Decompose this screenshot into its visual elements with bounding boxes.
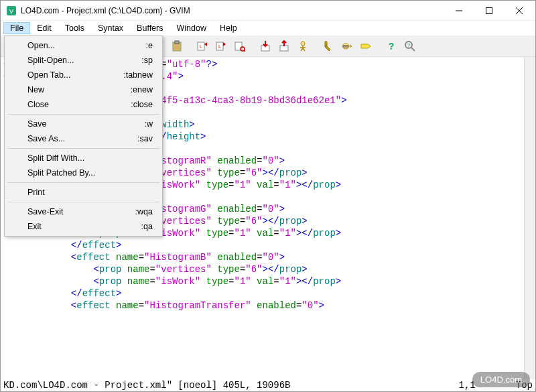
window-title: LO4D.com - Project.xml (C:\LO4D.com) - G… <box>21 6 444 15</box>
menu-item-label: Open... <box>27 41 146 50</box>
find-help-icon[interactable]: ? <box>401 38 419 55</box>
svg-text:?: ? <box>389 41 395 52</box>
menu-item-label: Split Patched By... <box>27 168 153 178</box>
statusbar: KD.com\LO4D.com - Project.xml" [noeol] 4… <box>1 379 535 391</box>
file-menu-split-open[interactable]: Split-Open...:sp <box>6 53 161 68</box>
menu-item-label: Split Diff With... <box>27 153 153 163</box>
menu-item-accel: :e <box>146 41 153 50</box>
menu-separator <box>7 202 159 202</box>
make-icon[interactable] <box>320 38 337 55</box>
svg-line-24 <box>244 50 245 52</box>
paste-icon[interactable] <box>168 38 186 55</box>
file-menu-open-tab[interactable]: Open Tab...:tabnew <box>6 68 161 82</box>
svg-text:L: L <box>218 44 221 49</box>
find-prev-icon[interactable]: L <box>194 38 211 55</box>
close-button[interactable] <box>504 1 534 20</box>
file-menu-save-as[interactable]: Save As...:sav <box>6 131 161 146</box>
menu-item-label: Split-Open... <box>27 56 141 65</box>
menu-help[interactable]: Help <box>213 22 244 34</box>
svg-line-33 <box>411 48 415 51</box>
menu-item-accel: :sav <box>137 134 153 143</box>
menu-separator <box>7 114 159 115</box>
app-icon: V <box>6 5 17 16</box>
file-menu-exit[interactable]: Exit:qa <box>6 219 161 234</box>
shell-icon[interactable] <box>338 38 356 55</box>
file-menu-save[interactable]: Save:w <box>6 117 161 131</box>
file-menu-new[interactable]: New:enew <box>6 82 161 97</box>
file-menu-open[interactable]: Open...:e <box>6 38 161 53</box>
menu-item-label: Save As... <box>27 134 137 143</box>
svg-rect-26 <box>280 46 288 51</box>
menu-window[interactable]: Window <box>170 22 212 34</box>
menu-buffers[interactable]: Buffers <box>130 22 170 34</box>
file-menu-save-exit[interactable]: Save-Exit:wqa <box>6 204 161 219</box>
load-session-icon[interactable] <box>257 38 274 55</box>
file-menu-close[interactable]: Close:close <box>6 97 161 112</box>
svg-text:L: L <box>200 44 202 49</box>
menu-separator <box>7 182 159 183</box>
menu-item-label: Print <box>27 188 153 197</box>
editor-line[interactable]: </effect> <box>3 239 521 251</box>
file-menu-split-diff-with[interactable]: Split Diff With... <box>6 151 161 166</box>
save-session-icon[interactable] <box>275 38 293 55</box>
menu-item-label: Exit <box>27 222 141 231</box>
svg-point-27 <box>301 42 305 46</box>
watermark: LO4D.com <box>472 372 530 387</box>
file-menu-split-patched-by[interactable]: Split Patched By... <box>6 166 161 180</box>
menu-item-label: New <box>27 85 131 94</box>
run-script-icon[interactable] <box>294 38 312 55</box>
menu-item-label: Close <box>27 100 131 109</box>
menubar: FileEditToolsSyntaxBuffersWindowHelp <box>1 21 535 36</box>
editor-line[interactable]: <effect name="HistogramB" enabled="0"> <box>3 251 521 263</box>
titlebar: V LO4D.com - Project.xml (C:\LO4D.com) -… <box>1 1 535 21</box>
editor-line[interactable]: <prop name="isWork" type="1" val="1"></p… <box>3 275 521 287</box>
menu-item-accel: :w <box>145 119 153 129</box>
menu-tools[interactable]: Tools <box>58 22 91 34</box>
menu-item-accel: :sp <box>141 56 153 65</box>
editor-line[interactable]: <effect name="HistogramTransfer" enabled… <box>3 300 521 312</box>
menu-item-label: Open Tab... <box>27 70 123 80</box>
replace-icon[interactable] <box>231 38 249 55</box>
menu-item-accel: :qa <box>141 222 153 231</box>
menu-item-accel: :enew <box>131 85 153 94</box>
menu-item-label: Save-Exit <box>27 207 135 216</box>
minimize-button[interactable] <box>444 1 474 20</box>
menu-syntax[interactable]: Syntax <box>91 22 130 34</box>
menu-edit[interactable]: Edit <box>30 22 58 34</box>
find-next-icon[interactable]: L <box>212 38 230 55</box>
tag-icon[interactable] <box>357 38 375 55</box>
editor-line[interactable]: </effect> <box>3 287 521 300</box>
menu-separator <box>7 148 159 149</box>
menu-item-accel: :tabnew <box>123 70 153 80</box>
status-left: KD.com\LO4D.com - Project.xml" [noeol] 4… <box>3 380 290 391</box>
editor-line[interactable]: <prop name="vertices" type="6"></prop> <box>3 263 521 275</box>
maximize-button[interactable] <box>474 1 504 20</box>
svg-rect-17 <box>175 41 179 44</box>
file-menu-dropdown: Open...:eSplit-Open...:spOpen Tab...:tab… <box>4 36 163 237</box>
menu-file[interactable]: File <box>3 22 30 34</box>
help-icon[interactable]: ? <box>383 38 400 55</box>
svg-text:?: ? <box>407 42 411 48</box>
svg-text:V: V <box>9 8 13 15</box>
file-menu-print[interactable]: Print <box>6 185 161 200</box>
menu-item-accel: :close <box>131 100 153 109</box>
vertical-scrollbar[interactable] <box>524 57 535 379</box>
menu-item-label: Save <box>27 119 145 129</box>
svg-point-28 <box>342 44 349 49</box>
svg-rect-3 <box>486 7 492 13</box>
menu-item-accel: :wqa <box>135 207 153 216</box>
